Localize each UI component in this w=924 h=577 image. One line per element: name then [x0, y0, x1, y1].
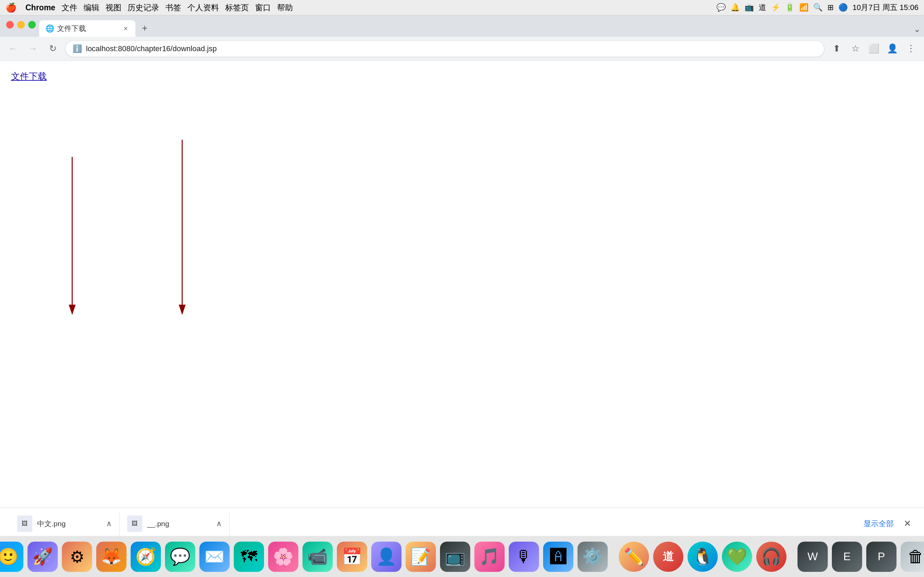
dock-icon-chrome[interactable]: ⚙	[62, 542, 92, 572]
menubar: 🍎 Chrome 文件 编辑 视图 历史记录 书签 个人资料 标签页 窗口 帮助…	[0, 0, 924, 15]
download-filename-1[interactable]: 中文.png	[37, 519, 102, 529]
podcasts-icon: 🎙	[515, 547, 532, 566]
address-bar: ← → ↻ ℹ️ localhost:8080/chapter16/downlo…	[0, 37, 924, 61]
menubar-tabs[interactable]: 标签页	[225, 2, 249, 13]
maps-icon: 🗺	[241, 547, 257, 566]
dock-icon-maps[interactable]: 🗺	[234, 542, 264, 572]
close-download-bar-button[interactable]: ✕	[901, 517, 914, 530]
address-bar-input[interactable]: ℹ️ localhost:8080/chapter16/download.jsp	[65, 40, 824, 57]
profile-button[interactable]: 👤	[885, 41, 900, 56]
dock-icon-launchpad[interactable]: 🚀	[27, 542, 58, 572]
dock-icon-netease[interactable]: 🎧	[756, 542, 787, 572]
dock-icon-contacts[interactable]: 👤	[371, 542, 402, 572]
dock-icon-word[interactable]: W	[798, 542, 828, 572]
left-arrow	[69, 157, 76, 315]
chrome-menu-button[interactable]: ⋮	[903, 41, 919, 56]
dock-icon-ppt[interactable]: P	[866, 542, 897, 572]
close-window-button[interactable]	[6, 21, 14, 29]
download-chevron-2[interactable]: ∧	[216, 519, 222, 528]
control-center-icon[interactable]: ⊞	[827, 3, 834, 12]
bilibili-icon: 📺	[745, 3, 754, 12]
dock-icon-firefox[interactable]: 🦊	[96, 542, 126, 572]
menubar-window[interactable]: 窗口	[255, 2, 271, 13]
dock-icon-mail[interactable]: ✉️	[199, 542, 229, 572]
download-file-icon-2: 🖼	[127, 516, 142, 532]
menubar-edit[interactable]: 编辑	[84, 2, 99, 13]
minimize-window-button[interactable]	[17, 21, 25, 29]
download-item-2: 🖼 __.png ∧	[120, 512, 229, 536]
youdao-menubar-icon: 道	[759, 2, 766, 13]
chrome-window: 🌐 文件下载 ✕ + ⌄ ← → ↻ ℹ️ localhost:8080/cha…	[0, 15, 924, 539]
photos-icon: 🌸	[273, 547, 294, 566]
systemprefs-icon: ⚙️	[582, 547, 603, 566]
launchpad-icon: 🚀	[32, 547, 53, 566]
wechat-icon: 💚	[727, 547, 747, 566]
excel-icon: E	[843, 550, 850, 563]
dock-icon-music[interactable]: 🎵	[474, 542, 505, 572]
menubar-help[interactable]: 帮助	[277, 2, 293, 13]
reload-button[interactable]: ↻	[45, 41, 60, 56]
tab-expand-button[interactable]: ⌄	[914, 24, 921, 34]
dock-icon-notes[interactable]: 📝	[405, 542, 436, 572]
dock-icon-appletv[interactable]: 📺	[440, 542, 470, 572]
forward-button[interactable]: →	[26, 41, 40, 56]
dock-icon-safari[interactable]: 🧭	[131, 542, 161, 572]
dock-icon-wechat[interactable]: 💚	[722, 542, 752, 572]
security-icon: ℹ️	[73, 44, 82, 53]
menubar-profile[interactable]: 个人资料	[187, 2, 219, 13]
download-file-icon-1: 🖼	[17, 516, 32, 532]
dock-icon-messages[interactable]: 💬	[165, 542, 195, 572]
firefox-icon: 🦊	[101, 547, 122, 566]
wifi-icon: 📶	[799, 3, 809, 12]
menubar-file[interactable]: 文件	[61, 2, 78, 13]
dock-icon-sketch[interactable]: ✏️	[619, 542, 649, 572]
download-filename-2[interactable]: __.png	[147, 520, 212, 528]
active-tab[interactable]: 🌐 文件下载 ✕	[39, 20, 136, 37]
middle-arrow	[179, 140, 186, 315]
apple-menu[interactable]: 🍎	[5, 2, 16, 13]
dock-icon-excel[interactable]: E	[832, 542, 862, 572]
notes-icon: 📝	[410, 547, 431, 566]
finder-icon: 🙂	[0, 547, 19, 566]
menubar-view[interactable]: 视图	[105, 2, 121, 13]
dock-icon-finder[interactable]: 🙂	[0, 542, 23, 572]
dock-icon-photos[interactable]: 🌸	[268, 542, 298, 572]
share-button[interactable]: ⬆	[829, 41, 844, 56]
dock-icon-calendar[interactable]: 📅	[337, 542, 367, 572]
dock-icon-qq[interactable]: 🐧	[688, 542, 718, 572]
menubar-bookmarks[interactable]: 书签	[165, 2, 181, 13]
tab-title: 文件下载	[57, 24, 86, 33]
tab-close-button[interactable]: ✕	[122, 25, 129, 32]
word-icon: W	[808, 550, 818, 563]
dock-icon-youdao[interactable]: 道	[653, 542, 683, 572]
dock-icon-systemprefs[interactable]: ⚙️	[577, 542, 608, 572]
menubar-history[interactable]: 历史记录	[128, 2, 159, 13]
search-icon[interactable]: 🔍	[813, 3, 822, 12]
download-chevron-1[interactable]: ∧	[106, 519, 112, 528]
maximize-window-button[interactable]	[28, 21, 36, 29]
arrow-decorations	[0, 61, 924, 508]
dock: 🙂 🚀 ⚙ 🦊 🧭 💬 ✉️ 🗺 🌸 📹 📅 👤 📝 📺 🎵 🎙	[0, 536, 924, 577]
dock-icon-appstore[interactable]: 🅰	[543, 542, 573, 572]
show-all-downloads-button[interactable]: 显示全部	[864, 519, 894, 529]
netease-icon: 🎧	[761, 547, 782, 566]
dock-icon-trash[interactable]: 🗑	[901, 542, 924, 572]
back-button[interactable]: ←	[5, 41, 21, 56]
dock-icon-facetime[interactable]: 📹	[302, 542, 333, 572]
window-controls	[3, 15, 39, 37]
dock-icon-podcasts[interactable]: 🎙	[509, 542, 539, 572]
wechat-menubar-icon: 💬	[716, 3, 726, 12]
download-info-2: __.png	[147, 520, 212, 528]
download-link[interactable]: 文件下载	[11, 71, 47, 81]
menubar-app-name[interactable]: Chrome	[26, 3, 55, 12]
split-view-button[interactable]: ⬜	[866, 41, 881, 56]
mail-icon: ✉️	[204, 547, 225, 566]
notification-icon: 🔔	[730, 3, 740, 12]
tab-favicon: 🌐	[45, 24, 53, 33]
new-tab-button[interactable]: +	[137, 21, 152, 35]
bookmark-button[interactable]: ☆	[848, 41, 863, 56]
messages-icon: 💬	[170, 547, 191, 566]
ppt-icon: P	[877, 550, 885, 563]
url-display[interactable]: localhost:8080/chapter16/download.jsp	[86, 44, 817, 53]
download-bar: 🖼 中文.png ∧ 🖼 __.png ∧ 显示全部 ✕	[0, 508, 924, 539]
